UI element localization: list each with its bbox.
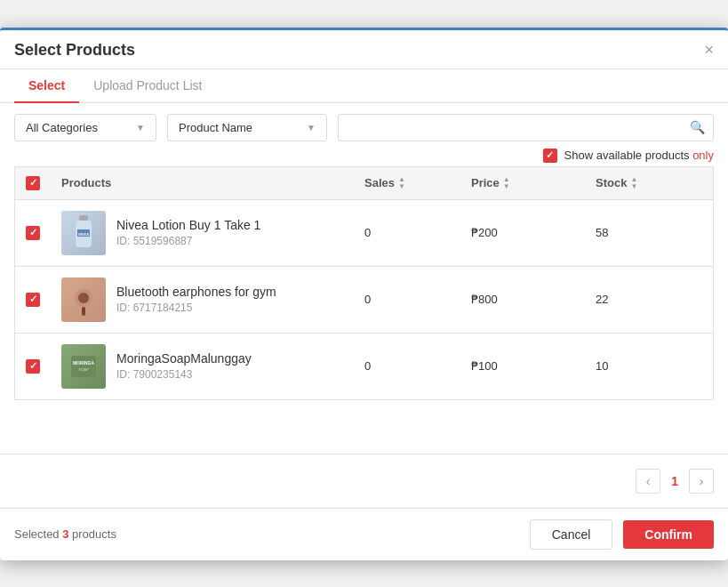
modal-title: Select Products [14, 41, 135, 60]
tab-select[interactable]: Select [14, 69, 79, 103]
select-all-checkbox[interactable] [26, 176, 40, 190]
svg-rect-0 [79, 215, 88, 221]
table-row: NIVEA Nivea Lotion Buy 1 Take 1 ID: 5519… [14, 199, 714, 266]
header-price[interactable]: Price ▲▼ [471, 176, 596, 190]
header-stock[interactable]: Stock ▲▼ [596, 176, 702, 190]
modal-header: Select Products × [0, 30, 728, 69]
row-stock-3: 10 [596, 359, 702, 373]
row-checkbox-1[interactable] [26, 226, 61, 240]
table-row: MORINGA SOAP MoringaSoapMalunggay ID: 79… [14, 333, 714, 400]
available-products-checkbox[interactable] [543, 149, 557, 163]
header-sales[interactable]: Sales ▲▼ [364, 176, 471, 190]
search-icon: 🔍 [690, 120, 705, 134]
pagination-next-button[interactable]: › [689, 469, 714, 494]
row-sales-2: 0 [364, 293, 471, 306]
row-stock-2: 22 [596, 293, 702, 306]
search-input[interactable] [338, 114, 714, 141]
pagination: ‹ 1 › [0, 454, 728, 508]
soap-icon: MORINGA SOAP [66, 349, 101, 384]
tab-bar: Select Upload Product List [0, 69, 728, 103]
pagination-prev-button[interactable]: ‹ [636, 469, 660, 494]
tab-upload-product-list[interactable]: Upload Product List [79, 69, 216, 103]
select-products-modal: Select Products × Select Upload Product … [0, 28, 728, 560]
available-toggle-row: Show available products only [0, 145, 728, 166]
table-row: Bluetooth earphones for gym ID: 67171842… [14, 266, 714, 333]
modal-footer: Selected 3 products Cancel Confirm [0, 508, 728, 560]
product-details-1: Nivea Lotion Buy 1 Take 1 ID: 5519596887 [116, 218, 260, 247]
product-info-1: NIVEA Nivea Lotion Buy 1 Take 1 ID: 5519… [61, 211, 364, 255]
available-toggle-label: Show available products only [564, 149, 714, 162]
row-price-3: ₱100 [471, 359, 596, 373]
svg-rect-6 [82, 307, 85, 316]
header-products: Products [61, 176, 364, 189]
row-price-2: ₱800 [471, 293, 596, 306]
chevron-down-icon: ▼ [136, 123, 145, 133]
row-stock-1: 58 [596, 226, 702, 239]
row-checkbox-2[interactable] [26, 293, 61, 307]
category-dropdown[interactable]: All Categories ▼ [14, 114, 156, 141]
cancel-button[interactable]: Cancel [530, 519, 613, 550]
row-sales-1: 0 [364, 226, 471, 239]
search-wrapper: 🔍 [338, 114, 714, 141]
product-info-3: MORINGA SOAP MoringaSoapMalunggay ID: 79… [61, 344, 364, 389]
product-details-3: MoringaSoapMalunggay ID: 7900235143 [116, 351, 252, 381]
product-image-2 [61, 277, 106, 322]
svg-text:SOAP: SOAP [78, 367, 88, 372]
svg-point-5 [78, 293, 89, 303]
sort-arrows-stock: ▲▼ [630, 176, 637, 190]
pagination-current-page: 1 [671, 474, 678, 488]
close-button[interactable]: × [704, 41, 714, 60]
selected-products-info: Selected 3 products [14, 527, 116, 541]
products-table-container: Products Sales ▲▼ Price ▲▼ Stock ▲▼ [0, 166, 728, 400]
product-image-3: MORINGA SOAP [61, 344, 106, 389]
nivea-bottle-icon: NIVEA [70, 215, 97, 251]
svg-text:NIVEA: NIVEA [78, 232, 89, 237]
svg-rect-7 [71, 356, 96, 377]
sort-arrows-price: ▲▼ [503, 176, 510, 190]
row-sales-3: 0 [364, 359, 471, 373]
row-price-1: ₱200 [471, 226, 596, 239]
earphones-icon [66, 282, 101, 318]
chevron-down-icon: ▼ [307, 123, 316, 133]
product-info-2: Bluetooth earphones for gym ID: 67171842… [61, 277, 364, 322]
sort-arrows-sales: ▲▼ [398, 176, 405, 190]
product-image-1: NIVEA [61, 211, 106, 255]
row-checkbox-3[interactable] [26, 359, 61, 374]
header-checkbox-cell [26, 176, 61, 190]
table-header: Products Sales ▲▼ Price ▲▼ Stock ▲▼ [14, 166, 714, 199]
confirm-button[interactable]: Confirm [623, 520, 714, 549]
product-name-dropdown[interactable]: Product Name ▼ [167, 114, 327, 141]
svg-text:MORINGA: MORINGA [73, 360, 95, 366]
product-details-2: Bluetooth earphones for gym ID: 67171842… [116, 285, 276, 314]
